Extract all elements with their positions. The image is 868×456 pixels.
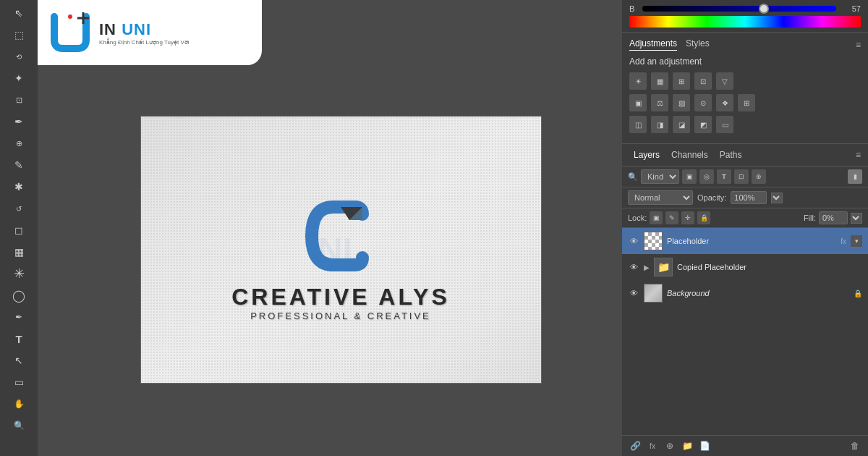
vibrance-icon[interactable]: ▽ — [716, 72, 733, 90]
adj-icons-row1: ☀ ▦ ⊞ ⊡ ▽ — [629, 72, 861, 90]
filter-toggle[interactable]: ▮ — [848, 169, 862, 184]
filter-kind-select[interactable]: Kind — [641, 169, 679, 184]
tab-adjustments[interactable]: Adjustments — [629, 38, 677, 51]
new-layer-icon[interactable]: 📄 — [697, 439, 712, 453]
selective-color-icon[interactable]: ▭ — [716, 116, 733, 133]
path-select-tool[interactable]: ↖ — [8, 350, 30, 371]
adj-icons-row2: ▣ ⚖ ▨ ⊙ ❖ ⊞ — [629, 94, 861, 111]
opacity-input[interactable] — [731, 191, 767, 204]
logo-bar: IN UNI Khẳng Định Chất Lượng Tuyệt Vời — [38, 0, 262, 65]
hand-tool[interactable]: ✋ — [8, 394, 30, 414]
hsl-icon[interactable]: ▣ — [629, 94, 647, 111]
history-brush-tool[interactable]: ↺ — [8, 198, 30, 219]
type-tool[interactable]: T — [8, 329, 30, 349]
layer-placeholder[interactable]: 👁 Placeholder fx ▾ — [622, 228, 868, 254]
clone-stamp-tool[interactable]: ✱ — [8, 177, 30, 197]
svg-point-2 — [68, 14, 72, 19]
filter-smart-icon[interactable]: ⊕ — [752, 169, 766, 184]
logo-text-area: IN UNI Khẳng Định Chất Lượng Tuyệt Vời — [99, 20, 190, 46]
lasso-tool[interactable]: ⟲ — [8, 46, 30, 67]
color-lookup-icon[interactable]: ⊞ — [738, 94, 755, 111]
layers-bottom-icons: 🔗 fx ⊕ 📁 📄 🗑 — [622, 435, 868, 456]
canvas-paper: NL CREATIV — [141, 117, 541, 383]
layer-options-placeholder[interactable]: ▾ — [851, 235, 862, 247]
right-panel: B 57 Adjustments Styles ≡ Add an adjustm… — [622, 0, 868, 456]
levels-icon[interactable]: ▦ — [651, 72, 668, 90]
lock-transparent-icon[interactable]: ▣ — [650, 211, 663, 224]
panel-header: Adjustments Styles ≡ — [629, 38, 861, 51]
pen-tool[interactable]: ✒ — [8, 307, 30, 327]
layer-thumb-background — [644, 284, 663, 303]
lock-row: Lock: ▣ ✎ ✛ 🔒 Fill: ▾ — [622, 208, 868, 228]
exposure-icon[interactable]: ⊡ — [694, 72, 712, 90]
blend-mode-select[interactable]: Normal — [628, 190, 693, 205]
tab-channels[interactable]: Channels — [667, 148, 712, 161]
threshold-icon[interactable]: ◪ — [673, 116, 690, 133]
layer-eye-placeholder[interactable]: 👁 — [628, 235, 639, 247]
curves-icon[interactable]: ⊞ — [673, 72, 690, 90]
crop-tool[interactable]: ⊡ — [8, 90, 30, 110]
brush-tool[interactable]: ✎ — [8, 155, 30, 175]
layer-eye-background[interactable]: 👁 — [628, 287, 639, 299]
invert-icon[interactable]: ◫ — [629, 116, 647, 133]
channel-label: B — [629, 4, 638, 13]
blue-channel-slider[interactable] — [642, 6, 836, 12]
add-style-icon[interactable]: fx — [645, 439, 660, 453]
brightness-contrast-icon[interactable]: ☀ — [629, 72, 647, 90]
move-tool[interactable]: ⇖ — [8, 3, 30, 23]
blur-tool[interactable]: ✳ — [8, 263, 30, 284]
layer-background[interactable]: 👁 Background 🔒 — [622, 280, 868, 306]
photo-filter-icon[interactable]: ⊙ — [694, 94, 712, 111]
link-layers-icon[interactable]: 🔗 — [628, 439, 642, 453]
dodge-tool[interactable]: ◯ — [8, 285, 30, 305]
layers-panel-header: Layers Channels Paths ≡ — [622, 144, 868, 166]
layers-menu-icon[interactable]: ≡ — [856, 150, 861, 160]
eraser-tool[interactable]: ◻ — [8, 220, 30, 240]
canvas-image[interactable]: NL CREATIV — [140, 116, 542, 384]
layer-arrow-copied[interactable]: ▶ — [644, 263, 650, 271]
bw-icon[interactable]: ▨ — [673, 94, 690, 111]
channel-mixer-icon[interactable]: ❖ — [716, 94, 733, 111]
gradient-map-icon[interactable]: ◩ — [694, 116, 712, 133]
filter-pixel-icon[interactable]: ▣ — [682, 169, 697, 184]
delete-layer-icon[interactable]: 🗑 — [848, 439, 862, 453]
rectangular-marquee-tool[interactable]: ⬚ — [8, 25, 30, 45]
gradient-tool[interactable]: ▦ — [8, 242, 30, 262]
panel-menu-icon[interactable]: ≡ — [856, 40, 861, 50]
layer-thumb-copied: 📁 — [654, 258, 673, 276]
layer-copied-placeholder[interactable]: 👁 ▶ 📁 Copied Placeholder — [622, 254, 868, 280]
color-balance-icon[interactable]: ⚖ — [651, 94, 668, 111]
filter-shape-icon[interactable]: ⊡ — [734, 169, 749, 184]
adj-icons-row3: ◫ ◨ ◪ ◩ ▭ — [629, 116, 861, 133]
panel-tabs: Adjustments Styles — [629, 38, 710, 51]
eyedropper-tool[interactable]: ✒ — [8, 111, 30, 132]
channel-value: 57 — [841, 4, 861, 13]
color-spectrum[interactable] — [629, 16, 861, 28]
layer-name-background: Background — [667, 289, 849, 297]
shape-tool[interactable]: ▭ — [8, 372, 30, 392]
magic-wand-tool[interactable]: ✦ — [8, 68, 30, 88]
zoom-tool[interactable]: 🔍 — [8, 415, 30, 436]
tab-layers[interactable]: Layers — [629, 148, 664, 161]
fill-input[interactable] — [819, 211, 848, 224]
new-group-icon[interactable]: 📁 — [680, 439, 694, 453]
fill-dropdown[interactable]: ▾ — [851, 213, 862, 224]
lock-image-icon[interactable]: ✎ — [665, 211, 678, 224]
filter-type-icon[interactable]: T — [717, 169, 731, 184]
posterize-icon[interactable]: ◨ — [651, 116, 668, 133]
add-mask-icon[interactable]: ⊕ — [663, 439, 677, 453]
opacity-dropdown[interactable]: ▾ — [771, 193, 783, 203]
filter-adjustment-icon[interactable]: ◎ — [699, 169, 714, 184]
lock-all-icon[interactable]: 🔒 — [697, 211, 710, 224]
tab-styles[interactable]: Styles — [686, 38, 710, 51]
layer-fx-placeholder: fx — [841, 237, 846, 245]
brand-c-logo — [297, 200, 384, 272]
layer-lock-background: 🔒 — [854, 290, 862, 297]
tab-paths[interactable]: Paths — [715, 148, 746, 161]
layer-eye-copied[interactable]: 👁 — [628, 261, 639, 273]
lock-position-icon[interactable]: ✛ — [681, 211, 694, 224]
layer-thumb-placeholder — [644, 232, 663, 250]
logo-design: CREATIVE ALYS PROFESSIONAL & CREATIVE — [231, 200, 450, 321]
canvas-wrapper: NL CREATIV — [59, 43, 622, 456]
healing-brush-tool[interactable]: ⊕ — [8, 133, 30, 153]
